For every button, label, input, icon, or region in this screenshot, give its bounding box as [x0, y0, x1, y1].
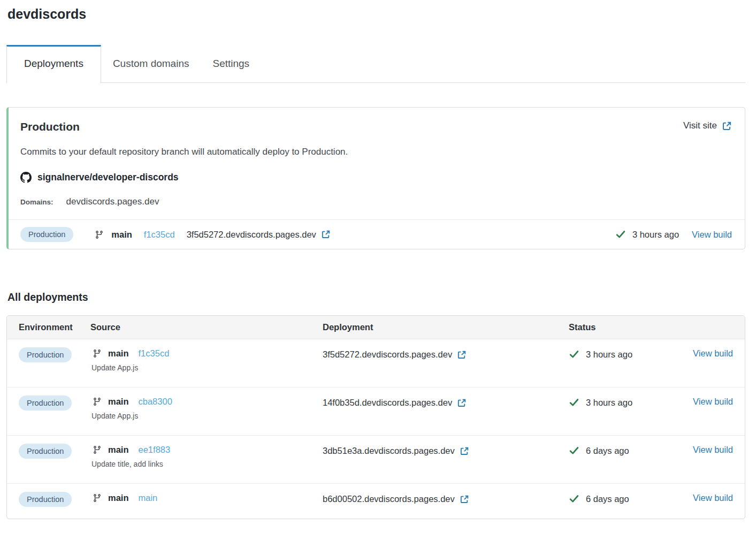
- tab-custom-domains[interactable]: Custom domains: [101, 45, 201, 82]
- environment-badge: Production: [19, 492, 72, 507]
- header-source: Source: [90, 322, 323, 332]
- production-deployment-row: Production main f1c35cd 3f5d5272.devdisc…: [9, 219, 745, 249]
- deployment-url: 3f5d5272.devdiscords.pages.dev: [187, 230, 316, 240]
- commit-link[interactable]: ee1f883: [139, 445, 171, 455]
- branch-name: main: [108, 493, 129, 503]
- table-row: Production main main b6d00502.devdiscord…: [7, 483, 745, 519]
- commit-link[interactable]: cba8300: [139, 397, 172, 407]
- production-card-title: Production: [20, 120, 80, 133]
- check-icon: [569, 349, 579, 360]
- github-icon: [20, 172, 32, 183]
- domains-value: devdiscords.pages.dev: [66, 196, 159, 207]
- environment-badge: Production: [20, 227, 73, 242]
- production-card: Production Visit site Commits to your de…: [6, 107, 745, 249]
- commit-message: Update App.js: [91, 412, 323, 420]
- visit-site-link[interactable]: Visit site: [683, 120, 732, 131]
- check-icon: [569, 493, 579, 504]
- view-build-link[interactable]: View build: [693, 493, 733, 503]
- commit-link[interactable]: main: [139, 493, 158, 503]
- page: devdiscords Deployments Custom domains S…: [0, 6, 756, 522]
- commit-message: Update App.js: [91, 363, 323, 372]
- header-status: Status: [569, 322, 676, 332]
- status-time: 3 hours ago: [586, 398, 632, 408]
- git-branch-icon: [93, 445, 102, 454]
- tab-deployments[interactable]: Deployments: [6, 45, 101, 83]
- commit-message: Update title, add links: [91, 460, 323, 468]
- external-link-icon[interactable]: [321, 230, 331, 239]
- environment-badge: Production: [19, 396, 72, 410]
- check-icon: [569, 445, 579, 456]
- view-build-link[interactable]: View build: [693, 348, 733, 358]
- external-link-icon: [722, 121, 732, 131]
- header-deployment: Deployment: [323, 322, 569, 332]
- tab-settings[interactable]: Settings: [201, 45, 261, 82]
- branch-name: main: [108, 397, 129, 407]
- deployment-url: 3db51e3a.devdiscords.pages.dev: [323, 446, 455, 456]
- git-branch-icon: [93, 493, 102, 503]
- commit-link[interactable]: f1c35cd: [144, 230, 175, 240]
- branch-name: main: [108, 348, 129, 359]
- view-build-link[interactable]: View build: [692, 230, 732, 240]
- deployment-url: 3f5d5272.devdiscords.pages.dev: [323, 349, 452, 360]
- table-row: Production main ee1f883 Update title, ad…: [7, 435, 745, 483]
- page-title: devdiscords: [7, 6, 745, 22]
- environment-badge: Production: [19, 347, 72, 362]
- view-build-link[interactable]: View build: [693, 397, 733, 406]
- visit-site-label: Visit site: [683, 120, 717, 131]
- status-time: 3 hours ago: [632, 230, 679, 240]
- environment-badge: Production: [19, 444, 72, 459]
- git-branch-icon: [95, 230, 104, 239]
- git-branch-icon: [93, 397, 102, 406]
- external-link-icon[interactable]: [457, 350, 467, 360]
- git-branch-icon: [93, 349, 102, 358]
- header-environment: Environment: [7, 322, 90, 332]
- branch-name: main: [108, 445, 129, 455]
- table-row: Production main f1c35cd Update App.js 3f…: [7, 339, 745, 387]
- production-description: Commits to your default repository branc…: [20, 147, 732, 157]
- status-time: 6 days ago: [586, 494, 629, 504]
- deployment-url: 14f0b35d.devdiscords.pages.dev: [323, 398, 452, 408]
- domains-label: Domains:: [20, 198, 54, 206]
- commit-link[interactable]: f1c35cd: [139, 348, 170, 359]
- status-time: 6 days ago: [586, 446, 629, 456]
- table-header-row: Environment Source Deployment Status: [7, 316, 745, 339]
- external-link-icon[interactable]: [460, 495, 469, 504]
- check-icon: [615, 229, 626, 240]
- branch-name: main: [111, 230, 132, 240]
- all-deployments-title: All deployments: [7, 291, 745, 303]
- deployments-table: Environment Source Deployment Status Pro…: [6, 315, 745, 519]
- deployment-url: b6d00502.devdiscords.pages.dev: [323, 494, 455, 504]
- external-link-icon[interactable]: [457, 398, 467, 408]
- repository-name: signalnerve/developer-discords: [37, 172, 179, 183]
- view-build-link[interactable]: View build: [693, 445, 733, 454]
- status-time: 3 hours ago: [586, 349, 632, 360]
- check-icon: [569, 397, 579, 408]
- external-link-icon[interactable]: [460, 446, 469, 456]
- table-row: Production main cba8300 Update App.js 14…: [7, 387, 745, 435]
- tab-bar: Deployments Custom domains Settings: [6, 45, 745, 83]
